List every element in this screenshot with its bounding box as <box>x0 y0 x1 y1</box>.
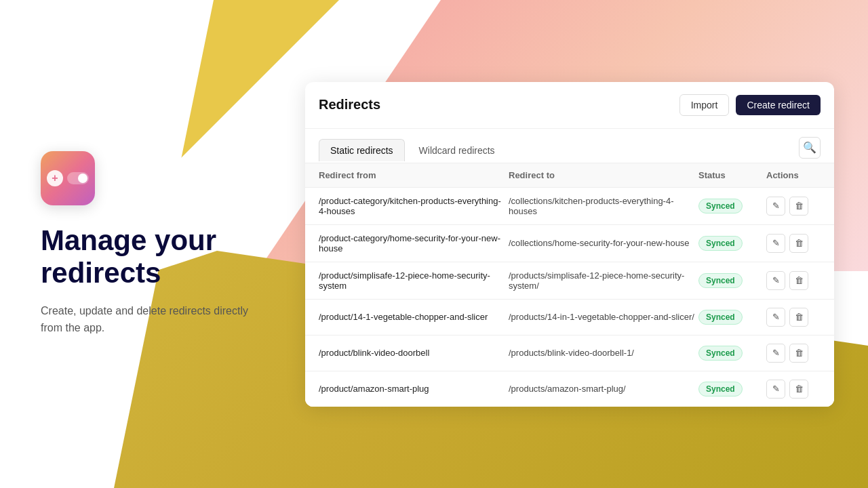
tab-static-redirects[interactable]: Static redirects <box>319 139 405 161</box>
tab-wildcard-redirects[interactable]: Wildcard redirects <box>408 139 507 161</box>
cell-from: /product/14-1-vegetable-chopper-and-slic… <box>319 312 509 322</box>
tabs-row: Static redirects Wildcard redirects 🔍 <box>305 129 834 163</box>
main-layout: + Manage your redirects Create, update a… <box>0 0 868 488</box>
cell-to: /products/simplisafe-12-piece-home-secur… <box>509 270 698 291</box>
cell-to: /products/amazon-smart-plug/ <box>509 384 698 394</box>
cell-status: Synced <box>698 382 766 396</box>
cell-status: Synced <box>698 273 766 288</box>
edit-button[interactable]: ✎ <box>766 197 785 216</box>
app-icon: + <box>41 151 95 205</box>
cell-status: Synced <box>698 236 766 251</box>
table-row: /product/blink-video-doorbell /products/… <box>305 336 834 371</box>
create-redirect-button[interactable]: Create redirect <box>736 95 821 115</box>
edit-button[interactable]: ✎ <box>766 380 785 399</box>
status-badge: Synced <box>698 310 743 325</box>
table-row: /product-category/home-security-for-your… <box>305 225 834 262</box>
card-header: Redirects Import Create redirect <box>305 82 834 129</box>
cell-from: /product/amazon-smart-plug <box>319 384 509 394</box>
status-badge: Synced <box>698 273 743 288</box>
cell-actions: ✎ 🗑 <box>766 197 821 216</box>
table-header: Redirect from Redirect to Status Actions <box>305 163 834 188</box>
status-badge: Synced <box>698 199 743 214</box>
delete-button[interactable]: 🗑 <box>789 234 808 253</box>
edit-button[interactable]: ✎ <box>766 271 785 290</box>
redirects-table: Redirect from Redirect to Status Actions… <box>305 163 834 407</box>
import-button[interactable]: Import <box>679 94 730 116</box>
cell-actions: ✎ 🗑 <box>766 344 821 363</box>
status-badge: Synced <box>698 382 743 396</box>
cell-actions: ✎ 🗑 <box>766 380 821 399</box>
edit-button[interactable]: ✎ <box>766 344 785 363</box>
plus-icon: + <box>47 170 63 186</box>
delete-button[interactable]: 🗑 <box>789 344 808 363</box>
status-badge: Synced <box>698 346 743 361</box>
edit-button[interactable]: ✎ <box>766 234 785 253</box>
header-actions: Import Create redirect <box>679 94 821 116</box>
tabs: Static redirects Wildcard redirects <box>319 138 507 161</box>
left-panel: + Manage your redirects Create, update a… <box>0 110 298 378</box>
delete-button[interactable]: 🗑 <box>789 308 808 327</box>
cell-from: /product-category/kitchen-products-every… <box>319 196 509 216</box>
table-row: /product/14-1-vegetable-chopper-and-slic… <box>305 300 834 336</box>
status-badge: Synced <box>698 236 743 251</box>
cell-status: Synced <box>698 346 766 361</box>
delete-button[interactable]: 🗑 <box>789 197 808 216</box>
delete-button[interactable]: 🗑 <box>789 271 808 290</box>
table-row: /product/simplisafe-12-piece-home-securi… <box>305 262 834 300</box>
cell-actions: ✎ 🗑 <box>766 308 821 327</box>
col-header-from: Redirect from <box>319 170 509 180</box>
cell-from: /product/blink-video-doorbell <box>319 348 509 358</box>
table-body: /product-category/kitchen-products-every… <box>305 188 834 407</box>
redirects-card: Redirects Import Create redirect Static … <box>305 82 834 407</box>
edit-button[interactable]: ✎ <box>766 308 785 327</box>
cell-status: Synced <box>698 310 766 325</box>
cell-to: /collections/home-security-for-your-new-… <box>509 238 698 248</box>
cell-from: /product-category/home-security-for-your… <box>319 233 509 253</box>
card-title: Redirects <box>319 97 380 113</box>
table-row: /product/amazon-smart-plug /products/ama… <box>305 371 834 407</box>
cell-from: /product/simplisafe-12-piece-home-securi… <box>319 270 509 291</box>
cell-to: /products/blink-video-doorbell-1/ <box>509 348 698 358</box>
delete-button[interactable]: 🗑 <box>789 380 808 399</box>
cell-to: /products/14-in-1-vegetable-chopper-and-… <box>509 312 698 322</box>
hero-title: Manage your redirects <box>41 224 271 290</box>
hero-description: Create, update and delete redirects dire… <box>41 302 271 337</box>
col-header-to: Redirect to <box>509 170 698 180</box>
cell-status: Synced <box>698 199 766 214</box>
right-panel: Redirects Import Create redirect Static … <box>298 68 868 420</box>
search-button[interactable]: 🔍 <box>799 137 821 159</box>
table-row: /product-category/kitchen-products-every… <box>305 188 834 225</box>
cell-actions: ✎ 🗑 <box>766 234 821 253</box>
app-icon-inner: + <box>47 170 89 186</box>
col-header-status: Status <box>698 170 766 180</box>
search-icon: 🔍 <box>803 141 816 154</box>
cell-actions: ✎ 🗑 <box>766 271 821 290</box>
toggle-icon <box>67 172 89 184</box>
cell-to: /collections/kitchen-products-everything… <box>509 196 698 216</box>
col-header-actions: Actions <box>766 170 821 180</box>
